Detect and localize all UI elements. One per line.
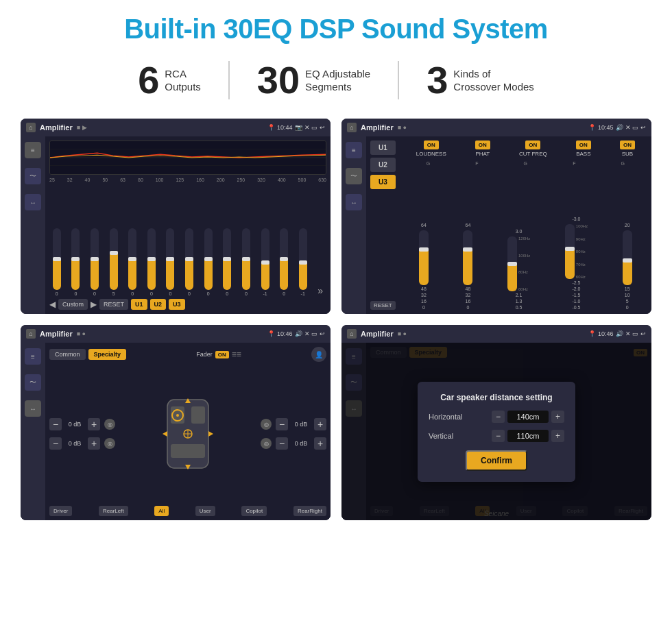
cv-phat-toggle[interactable]: ON (475, 141, 490, 149)
cv-home-icon[interactable]: ⌂ (347, 123, 357, 132)
feature-desc-crossover: Kinds of Crossover Modes (453, 67, 534, 94)
dist-app-name: Amplifier (361, 330, 394, 338)
screen-eq: ⌂ Amplifier ■ ▶ 📍 10:44 📷 ✕ ▭ ↩ ≡ 〜 ↔ (21, 119, 331, 314)
dist-horizontal-label: Horizontal (429, 413, 463, 421)
cv-time: 📍 10:45 (588, 124, 613, 131)
screen-fader: ⌂ Amplifier ■ ● 📍 10:46 🔊 ✕ ▭ ↩ ≡ 〜 ↔ (21, 325, 331, 520)
eq-u1-btn[interactable]: U1 (131, 299, 147, 310)
cv-cutfreq: ON CUT FREQ (519, 141, 547, 157)
svg-marker-15 (163, 431, 167, 437)
cv-sub-toggle[interactable]: ON (620, 141, 635, 149)
cv-icon3[interactable]: ↔ (346, 194, 362, 210)
cv-u2-btn[interactable]: U2 (370, 158, 396, 172)
fader-user-btn[interactable]: User (195, 506, 215, 516)
fader-common-tab[interactable]: Common (49, 349, 86, 360)
fader-icon2[interactable]: 〜 (25, 374, 41, 391)
dist-confirm-btn[interactable]: Confirm (466, 450, 527, 471)
eq-app-name: Amplifier (40, 123, 73, 132)
eq-content: 2532405063 80100125160200 25032040050063… (45, 136, 331, 314)
cv-phat-slider: 64 48 32 16 0 (463, 223, 472, 310)
cv-reset-btn[interactable]: RESET (370, 301, 396, 310)
fader-vol-br-minus[interactable]: − (276, 437, 288, 450)
eq-custom-btn[interactable]: Custom (58, 299, 88, 310)
main-title: Built-in 30EQ DSP Sound System (124, 14, 548, 45)
feature-desc-rca: RCA Outputs (165, 67, 201, 94)
wave-icon[interactable]: 〜 (25, 168, 41, 184)
eq-prev-btn[interactable]: ◀ (49, 300, 56, 309)
cv-icon1[interactable]: ≡ (346, 142, 362, 158)
dist-horizontal-row: Horizontal − 140cm + (429, 411, 564, 423)
fader-speaker-tl: ◎ (104, 419, 115, 430)
cv-u3-btn[interactable]: U3 (370, 175, 396, 189)
fader-vol-tl: − 0 dB + ◎ (49, 418, 115, 430)
eq-slider-5: 0 (128, 228, 136, 296)
fader-vol-bl: − 0 dB + ◎ (49, 437, 115, 450)
fader-vol-br-plus[interactable]: + (314, 437, 326, 450)
cv-loudness: ON LOUDNESS (416, 141, 446, 157)
fader-all-btn[interactable]: All (154, 506, 169, 516)
fader-user-icon[interactable]: 👤 (311, 347, 326, 362)
dist-topbar: ⌂ Amplifier ■ ● 📍 10:46 🔊 ✕ ▭ ↩ (341, 325, 651, 343)
dist-dialog-box: Car speaker distance setting Horizontal … (418, 382, 575, 482)
fader-copilot-btn[interactable]: Copilot (241, 506, 267, 516)
fader-icon1[interactable]: ≡ (25, 348, 41, 365)
cv-topbar: ⌂ Amplifier ■ ● 📍 10:45 🔊 ✕ ▭ ↩ (341, 119, 651, 136)
eq-graph (49, 141, 326, 175)
fader-vol-bl-minus[interactable]: − (49, 437, 62, 450)
cv-cutfreq-toggle[interactable]: ON (525, 141, 540, 149)
cv-bass-toggle[interactable]: ON (576, 141, 591, 149)
fader-rearleft-btn[interactable]: RearLeft (99, 506, 128, 516)
fader-vol-tr-minus[interactable]: − (276, 418, 288, 430)
cv-phat: ON PHAT (475, 141, 490, 157)
fader-zone-row: Driver RearLeft All User Copilot RearRig… (49, 506, 326, 516)
screen-distance: ⌂ Amplifier ■ ● 📍 10:46 🔊 ✕ ▭ ↩ ≡ 〜 ↔ (341, 325, 651, 520)
cv-bass: ON BASS (576, 141, 591, 157)
page-wrapper: Built-in 30EQ DSP Sound System 6 RCA Out… (0, 0, 672, 634)
fader-home-icon[interactable]: ⌂ (26, 329, 36, 339)
fader-speaker-tr: ◎ (261, 419, 272, 430)
cv-slider-area: 64 48 32 16 0 (404, 169, 647, 310)
fader-content: Common Specialty Fader ON ≡≡ 👤 (45, 343, 331, 520)
dist-horiz-plus[interactable]: + (551, 411, 564, 423)
eq-sidebar: ≡ 〜 ↔ (21, 136, 45, 314)
features-row: 6 RCA Outputs 30 EQ Adjustable Segments … (21, 61, 651, 99)
eq-slider-7: 0 (166, 228, 174, 296)
eq-icon[interactable]: ≡ (25, 142, 41, 158)
fader-driver-btn[interactable]: Driver (49, 506, 72, 516)
eq-slider-3: 0 (91, 228, 99, 296)
fader-vol-bl-plus[interactable]: + (88, 437, 100, 450)
eq-slider-2: 0 (71, 228, 80, 296)
fader-rearright-btn[interactable]: RearRight (293, 506, 326, 516)
feature-number-eq: 30 (257, 61, 300, 99)
eq-sliders-row: 0 0 (49, 185, 326, 296)
dist-vertical-label: Vertical (429, 432, 453, 440)
fader-car-center (121, 396, 255, 472)
dist-vert-minus[interactable]: − (492, 430, 505, 442)
fader-specialty-tab[interactable]: Specialty (88, 349, 127, 360)
arrow-icon[interactable]: ↔ (25, 194, 41, 210)
dist-dialog-title: Car speaker distance setting (429, 393, 564, 402)
cv-loudness-toggle[interactable]: ON (424, 141, 439, 149)
dist-horiz-minus[interactable]: − (492, 411, 505, 423)
eq-u3-btn[interactable]: U3 (169, 299, 185, 310)
dist-home-icon[interactable]: ⌂ (347, 329, 357, 339)
fader-icon3[interactable]: ↔ (25, 400, 41, 417)
dist-vertical-input: − 110cm + (492, 430, 564, 442)
dist-dialog-overlay: Car speaker distance setting Horizontal … (341, 343, 651, 520)
fader-on-badge[interactable]: ON (215, 351, 229, 358)
fader-vol-tl-plus[interactable]: + (88, 418, 100, 430)
cv-icon2[interactable]: 〜 (346, 168, 362, 184)
cv-sub: ON SUB (620, 141, 635, 157)
fader-topbar: ⌂ Amplifier ■ ● 📍 10:46 🔊 ✕ ▭ ↩ (21, 325, 331, 343)
home-icon[interactable]: ⌂ (26, 123, 36, 132)
dist-vert-plus[interactable]: + (551, 430, 564, 442)
eq-reset-btn[interactable]: RESET (99, 299, 128, 310)
eq-next-btn[interactable]: ▶ (91, 300, 97, 309)
cv-u1-btn[interactable]: U1 (370, 141, 396, 155)
eq-slider-4: 5 (110, 228, 118, 296)
fader-app-name: Amplifier (40, 330, 73, 338)
fader-vol-tl-minus[interactable]: − (49, 418, 62, 430)
eq-freq-labels: 2532405063 80100125160200 25032040050063… (49, 178, 326, 182)
eq-u2-btn[interactable]: U2 (150, 299, 167, 310)
fader-vol-tr-plus[interactable]: + (314, 418, 326, 430)
